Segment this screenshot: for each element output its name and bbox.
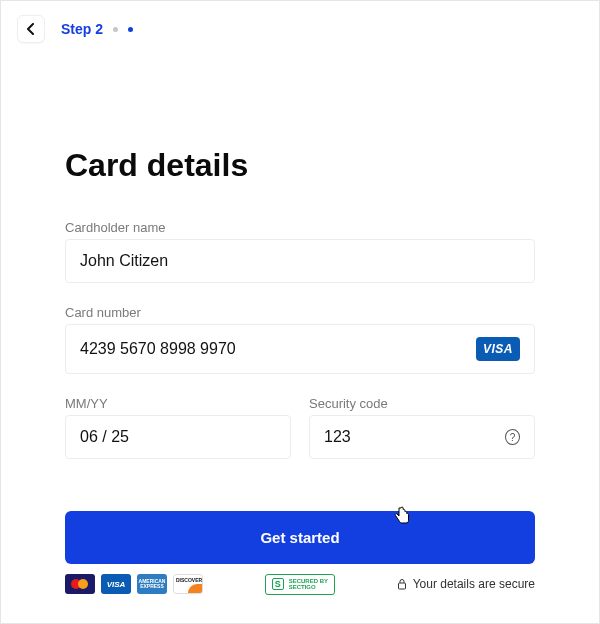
lock-icon	[397, 578, 407, 590]
payment-brands: VISA AMERICAN EXPRESS DISCOVER	[65, 574, 203, 594]
svg-rect-0	[398, 583, 405, 589]
back-button[interactable]	[17, 15, 45, 43]
step-dot-active	[128, 27, 133, 32]
cardnumber-input[interactable]	[80, 340, 468, 358]
expiry-field[interactable]	[65, 415, 291, 459]
cardnumber-field[interactable]: VISA	[65, 324, 535, 374]
sectigo-s-icon: S	[272, 578, 284, 590]
discover-icon: DISCOVER	[173, 574, 203, 594]
card-brand-badge: VISA	[476, 337, 520, 361]
step-label: Step 2	[61, 21, 103, 37]
step-indicator: Step 2	[61, 21, 133, 37]
page-title: Card details	[65, 147, 535, 184]
help-icon[interactable]: ?	[505, 429, 520, 445]
amex-icon: AMERICAN EXPRESS	[137, 574, 167, 594]
cardholder-field[interactable]	[65, 239, 535, 283]
expiry-input[interactable]	[80, 428, 276, 446]
mastercard-icon	[65, 574, 95, 594]
cvc-input[interactable]	[324, 428, 505, 446]
cvc-field[interactable]: ?	[309, 415, 535, 459]
chevron-left-icon	[26, 23, 36, 35]
step-dot-inactive	[113, 27, 118, 32]
cvc-label: Security code	[309, 396, 535, 411]
visa-icon: VISA	[101, 574, 131, 594]
expiry-label: MM/YY	[65, 396, 291, 411]
sectigo-badge: S SECURED BY SECTIGO	[265, 574, 335, 595]
cardnumber-label: Card number	[65, 305, 535, 320]
sectigo-text: SECURED BY SECTIGO	[289, 578, 328, 591]
secure-text: Your details are secure	[413, 577, 535, 591]
secure-note: Your details are secure	[397, 577, 535, 591]
cardholder-input[interactable]	[80, 252, 520, 270]
cardholder-label: Cardholder name	[65, 220, 535, 235]
get-started-button[interactable]: Get started	[65, 511, 535, 564]
